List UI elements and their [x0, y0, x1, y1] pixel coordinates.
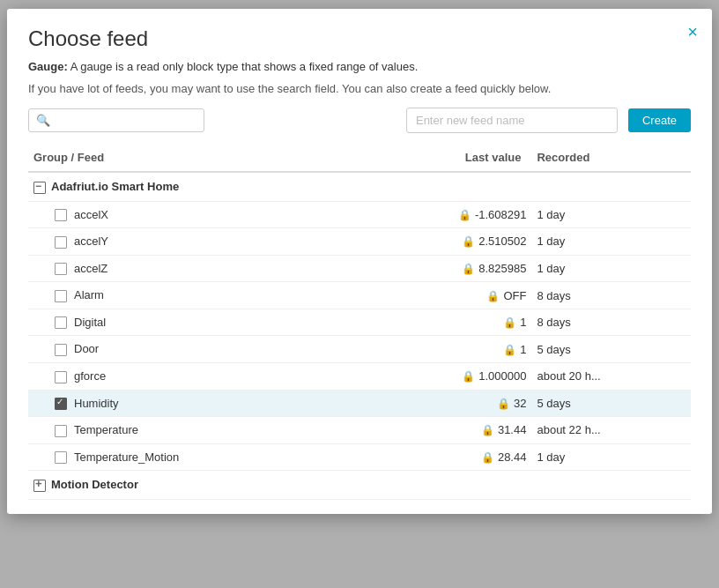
table-row[interactable]: accelY🔒2.5105021 day: [28, 228, 691, 256]
lock-icon: 🔒: [497, 398, 510, 410]
feed-recorded-cell: 1 day: [531, 255, 691, 282]
feed-value: 8.825985: [478, 262, 526, 275]
lock-icon: 🔒: [462, 235, 475, 248]
feed-checkbox[interactable]: [55, 371, 67, 383]
modal-header: Choose feed × Gauge: A gauge is a read o…: [7, 9, 712, 108]
feed-value-cell: 🔒8.825985: [363, 255, 532, 282]
feed-recorded-cell: 1 day: [531, 228, 691, 256]
feed-name: Digital: [74, 316, 106, 329]
table-row[interactable]: Humidity🔒325 days: [28, 390, 691, 417]
feed-value-cell: 🔒2.510502: [363, 228, 532, 256]
feed-checkbox[interactable]: [55, 236, 67, 249]
feed-name-cell: accelX: [28, 201, 363, 228]
feed-value: 31.44: [498, 423, 527, 436]
feed-name-cell: accelY: [28, 228, 363, 256]
feed-checkbox[interactable]: [55, 290, 67, 302]
feed-name: accelX: [74, 208, 108, 221]
feed-name: Humidity: [74, 397, 119, 410]
feed-name-cell: gforce: [28, 362, 363, 390]
feed-value-cell: 🔒28.44: [363, 443, 532, 471]
feed-value-cell: 🔒1: [363, 309, 532, 336]
create-button[interactable]: Create: [628, 108, 691, 132]
col-recorded: Recorded: [531, 144, 691, 172]
feed-name-cell: accelZ: [28, 255, 363, 282]
table-header: Group / Feed Last value Recorded: [28, 144, 691, 172]
modal-overlay: Choose feed × Gauge: A gauge is a read o…: [0, 0, 719, 588]
collapse-icon: [33, 182, 46, 194]
feed-value: 28.44: [498, 450, 527, 464]
feed-checkbox[interactable]: [55, 451, 67, 464]
feed-value-cell: 🔒-1.608291: [363, 201, 532, 228]
feed-checkbox[interactable]: [55, 316, 67, 329]
group-name: Adafriut.io Smart Home: [51, 180, 179, 193]
feed-name: gforce: [74, 369, 106, 383]
feed-value: -1.608291: [475, 208, 527, 221]
modal-subtitle: Gauge: A gauge is a read only block type…: [28, 60, 691, 73]
expand-icon: [33, 480, 46, 492]
modal-description: If you have lot of feeds, you may want t…: [28, 82, 691, 95]
search-icon: 🔍: [36, 114, 50, 127]
feed-checkbox[interactable]: [55, 344, 67, 356]
feed-recorded-cell: 5 days: [531, 390, 691, 417]
subtitle-bold: Gauge:: [28, 60, 68, 73]
feed-name: accelY: [74, 234, 108, 248]
table-row[interactable]: Digital🔒18 days: [28, 309, 691, 336]
feed-recorded-cell: about 20 h...: [531, 362, 691, 390]
feed-name-cell: Temperature_Motion: [28, 443, 363, 471]
feed-value: 1: [520, 316, 526, 329]
table-body: Adafriut.io Smart HomeaccelX🔒-1.6082911 …: [28, 172, 691, 499]
feed-checkbox[interactable]: [55, 425, 67, 437]
feed-name-cell: Temperature: [28, 417, 363, 444]
feed-name-cell: Digital: [28, 309, 363, 336]
lock-icon: 🔒: [462, 370, 475, 383]
feed-recorded-cell: 8 days: [531, 309, 691, 336]
modal-dialog: Choose feed × Gauge: A gauge is a read o…: [7, 9, 712, 514]
table-row[interactable]: accelX🔒-1.6082911 day: [28, 201, 691, 228]
feed-value: 1: [520, 343, 526, 356]
col-last-value: Last value: [363, 144, 532, 172]
feed-checkbox[interactable]: [55, 263, 67, 275]
col-group-feed: Group / Feed: [28, 144, 363, 172]
modal-controls: 🔍 Create: [7, 108, 712, 144]
feed-recorded-cell: 5 days: [531, 336, 691, 363]
lock-icon: 🔒: [458, 209, 471, 221]
table-row[interactable]: Alarm🔒OFF8 days: [28, 282, 691, 309]
feed-value: 1.000000: [478, 369, 526, 383]
feed-value-cell: 🔒OFF: [363, 282, 532, 309]
subtitle-text: A gauge is a read only block type that s…: [70, 60, 419, 73]
search-input[interactable]: [56, 114, 196, 127]
feed-recorded-cell: about 22 h...: [531, 417, 691, 444]
feed-name-cell: Humidity: [28, 390, 363, 417]
modal-title: Choose feed: [28, 26, 691, 51]
feed-table: Group / Feed Last value Recorded Adafriu…: [28, 144, 691, 500]
close-button[interactable]: ×: [687, 23, 698, 41]
lock-icon: 🔒: [486, 290, 500, 302]
feed-value-cell: 🔒1.000000: [363, 362, 532, 390]
feed-value: 2.510502: [478, 234, 526, 248]
feed-recorded-cell: 1 day: [531, 201, 691, 228]
lock-icon: 🔒: [481, 451, 494, 464]
feed-name-cell: Alarm: [28, 282, 363, 309]
lock-icon: 🔒: [503, 316, 516, 329]
feed-recorded-cell: 8 days: [531, 282, 691, 309]
table-row[interactable]: Door🔒15 days: [28, 336, 691, 363]
feed-value-cell: 🔒1: [363, 336, 532, 363]
lock-icon: 🔒: [481, 424, 494, 436]
table-row[interactable]: gforce🔒1.000000about 20 h...: [28, 362, 691, 390]
search-box: 🔍: [28, 108, 204, 132]
feed-name: Alarm: [74, 288, 104, 301]
lock-icon: 🔒: [462, 263, 475, 275]
table-group-row[interactable]: Motion Detector: [28, 471, 691, 500]
feed-name: Temperature_Motion: [74, 450, 179, 464]
table-row[interactable]: Temperature_Motion🔒28.441 day: [28, 443, 691, 471]
table-row[interactable]: accelZ🔒8.8259851 day: [28, 255, 691, 282]
feed-checkbox[interactable]: [55, 209, 67, 221]
feed-name: accelZ: [74, 262, 107, 275]
table-row[interactable]: Temperature🔒31.44about 22 h...: [28, 417, 691, 444]
table-group-row[interactable]: Adafriut.io Smart Home: [28, 172, 691, 201]
feed-name: Temperature: [74, 423, 138, 436]
feed-name: Door: [74, 342, 99, 355]
group-name: Motion Detector: [51, 478, 138, 491]
feed-name-input[interactable]: [406, 108, 618, 133]
feed-checkbox[interactable]: [55, 398, 67, 410]
